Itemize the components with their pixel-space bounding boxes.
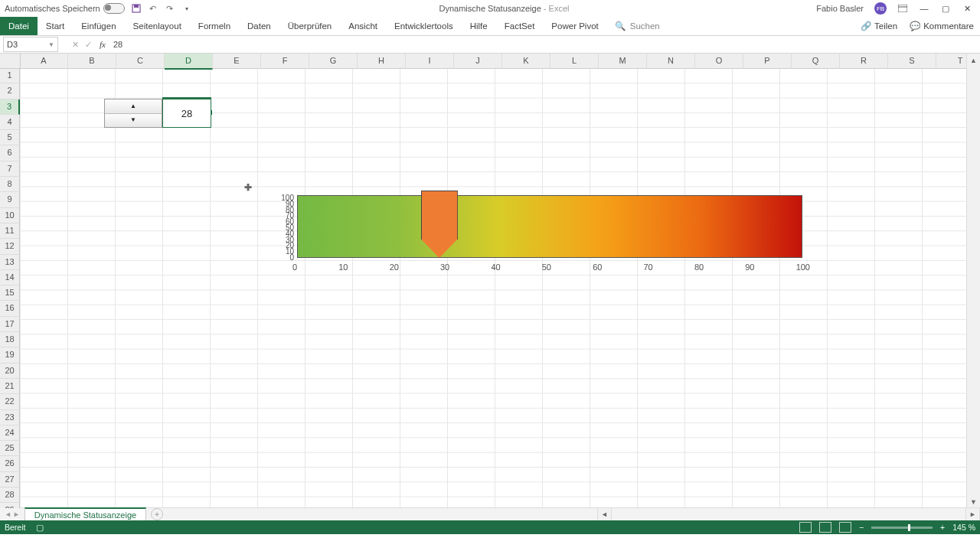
row-header[interactable]: 10 bbox=[0, 208, 20, 223]
row-header[interactable]: 20 bbox=[0, 364, 20, 379]
value-cell[interactable]: 28 bbox=[162, 99, 211, 128]
spin-up-button[interactable]: ▲ bbox=[105, 99, 162, 114]
row-header[interactable]: 23 bbox=[0, 410, 20, 425]
cancel-formula-icon[interactable]: ✕ bbox=[72, 40, 79, 50]
scroll-up-icon[interactable]: ▲ bbox=[967, 54, 980, 67]
toggle-switch-icon[interactable] bbox=[103, 3, 125, 14]
scroll-right-icon[interactable]: ► bbox=[965, 508, 980, 521]
row-header[interactable]: 7 bbox=[0, 161, 20, 177]
macro-record-icon[interactable]: ▢ bbox=[36, 523, 44, 532]
vertical-scrollbar[interactable]: ▲ ▼ bbox=[966, 54, 980, 508]
row-header[interactable]: 25 bbox=[0, 441, 20, 456]
col-header[interactable]: E bbox=[213, 54, 261, 69]
tab-pagelayout[interactable]: Seitenlayout bbox=[125, 17, 190, 35]
row-header[interactable]: 4 bbox=[0, 115, 20, 130]
tab-factset[interactable]: FactSet bbox=[496, 17, 544, 35]
col-header[interactable]: O bbox=[695, 54, 743, 69]
row-header[interactable]: 29 bbox=[0, 503, 20, 508]
chevron-down-icon[interactable]: ▼ bbox=[48, 41, 54, 48]
tab-powerpivot[interactable]: Power Pivot bbox=[543, 17, 606, 35]
tab-help[interactable]: Hilfe bbox=[462, 17, 496, 35]
row-header[interactable]: 8 bbox=[0, 177, 20, 192]
row-header[interactable]: 24 bbox=[0, 425, 20, 441]
col-header[interactable]: I bbox=[406, 54, 454, 69]
col-header[interactable]: L bbox=[550, 54, 599, 69]
horizontal-scrollbar[interactable]: ◄ ► bbox=[597, 508, 980, 521]
view-normal-icon[interactable] bbox=[799, 522, 812, 533]
view-pagebreak-icon[interactable] bbox=[839, 522, 851, 533]
scroll-down-icon[interactable]: ▼ bbox=[967, 495, 980, 508]
redo-icon[interactable]: ↷ bbox=[165, 3, 175, 14]
tab-insert[interactable]: Einfügen bbox=[73, 17, 124, 35]
fx-icon[interactable]: fx bbox=[100, 40, 106, 49]
col-header[interactable]: J bbox=[454, 54, 502, 69]
undo-icon[interactable]: ↶ bbox=[148, 3, 158, 14]
row-header[interactable]: 15 bbox=[0, 285, 20, 301]
col-header[interactable]: A bbox=[20, 54, 68, 69]
tab-devtools[interactable]: Entwicklertools bbox=[386, 17, 462, 35]
col-header[interactable]: P bbox=[743, 54, 792, 69]
tab-nav-prev-icon[interactable]: ◄ bbox=[5, 510, 11, 518]
accept-formula-icon[interactable]: ✓ bbox=[85, 40, 92, 50]
col-header[interactable]: S bbox=[888, 54, 936, 69]
row-header[interactable]: 9 bbox=[0, 192, 20, 207]
spin-button-control[interactable]: ▲ ▼ bbox=[104, 99, 162, 128]
sheet-tab[interactable]: Dynamische Statusanzeige bbox=[24, 507, 146, 521]
name-box[interactable]: D3 ▼ bbox=[3, 37, 58, 52]
col-header[interactable]: M bbox=[599, 54, 647, 69]
row-header[interactable]: 17 bbox=[0, 317, 20, 332]
row-header[interactable]: 22 bbox=[0, 394, 20, 409]
row-header[interactable]: 28 bbox=[0, 487, 20, 503]
spin-down-button[interactable]: ▼ bbox=[105, 114, 162, 128]
row-headers[interactable]: 1234567891011121314151617181920212223242… bbox=[0, 68, 20, 508]
formula-input[interactable]: 28 bbox=[110, 40, 980, 49]
comments-button[interactable]: 💬 Kommentare bbox=[903, 17, 980, 35]
view-pagelayout-icon[interactable] bbox=[819, 522, 831, 533]
tab-start[interactable]: Start bbox=[38, 17, 73, 35]
row-header[interactable]: 26 bbox=[0, 456, 20, 471]
col-header[interactable]: Q bbox=[792, 54, 840, 69]
row-header[interactable]: 5 bbox=[0, 130, 20, 145]
avatar[interactable]: FB bbox=[874, 2, 887, 15]
col-header[interactable]: G bbox=[309, 54, 358, 69]
select-all-triangle[interactable] bbox=[0, 54, 21, 69]
row-header[interactable]: 16 bbox=[0, 301, 20, 316]
row-header[interactable]: 13 bbox=[0, 255, 20, 270]
tab-file[interactable]: Datei bbox=[0, 17, 38, 35]
row-header[interactable]: 2 bbox=[0, 83, 20, 99]
status-gauge-chart[interactable]: 1009080706050403020100 01020304050607080… bbox=[274, 195, 810, 295]
zoom-slider[interactable] bbox=[871, 527, 933, 529]
col-header[interactable]: N bbox=[647, 54, 695, 69]
tab-formulas[interactable]: Formeln bbox=[190, 17, 239, 35]
row-header[interactable]: 12 bbox=[0, 239, 20, 254]
column-headers[interactable]: ABCDEFGHIJKLMNOPQRST bbox=[20, 54, 966, 68]
row-header[interactable]: 3 bbox=[0, 99, 20, 115]
row-header[interactable]: 21 bbox=[0, 379, 20, 394]
row-header[interactable]: 14 bbox=[0, 270, 20, 285]
maximize-icon[interactable]: ▢ bbox=[940, 3, 951, 14]
row-header[interactable]: 11 bbox=[0, 223, 20, 239]
col-header[interactable]: H bbox=[358, 54, 406, 69]
row-header[interactable]: 1 bbox=[0, 68, 20, 83]
ribbon-mode-icon[interactable] bbox=[897, 3, 908, 14]
zoom-value[interactable]: 145 % bbox=[952, 523, 975, 532]
row-header[interactable]: 27 bbox=[0, 472, 20, 487]
autosave-toggle[interactable]: Automatisches Speichern bbox=[5, 3, 125, 14]
zoom-out-icon[interactable]: − bbox=[859, 523, 864, 532]
tab-review[interactable]: Überprüfen bbox=[279, 17, 341, 35]
search-box[interactable]: 🔍 Suchen bbox=[607, 17, 668, 35]
tab-view[interactable]: Ansicht bbox=[340, 17, 386, 35]
qat-dropdown-icon[interactable]: ▾ bbox=[181, 3, 192, 14]
save-icon[interactable] bbox=[131, 3, 142, 14]
close-icon[interactable]: ✕ bbox=[962, 3, 972, 14]
row-header[interactable]: 18 bbox=[0, 332, 20, 347]
tab-data[interactable]: Daten bbox=[239, 17, 279, 35]
scroll-left-icon[interactable]: ◄ bbox=[597, 508, 612, 521]
col-header[interactable]: K bbox=[502, 54, 550, 69]
col-header[interactable]: T bbox=[936, 54, 966, 69]
add-sheet-button[interactable]: ＋ bbox=[151, 508, 163, 520]
col-header[interactable]: R bbox=[840, 54, 888, 69]
row-header[interactable]: 19 bbox=[0, 347, 20, 363]
minimize-icon[interactable]: — bbox=[919, 3, 929, 14]
col-header[interactable]: B bbox=[68, 54, 116, 69]
